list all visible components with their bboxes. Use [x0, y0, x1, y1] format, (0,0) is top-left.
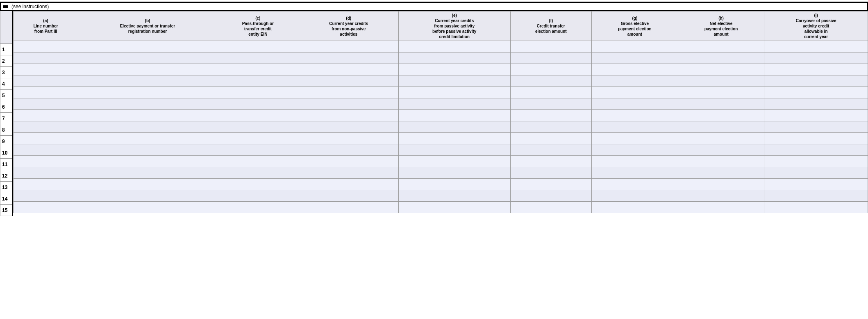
cell-row13-col0[interactable]: [14, 179, 78, 190]
cell-row8-col6[interactable]: [592, 121, 678, 133]
cell-row5-col4[interactable]: [398, 87, 510, 98]
cell-row9-col6[interactable]: [592, 133, 678, 144]
cell-row2-col8[interactable]: [764, 52, 868, 64]
cell-row4-col7[interactable]: [678, 75, 764, 87]
cell-row11-col2[interactable]: [217, 156, 299, 167]
cell-row14-col2[interactable]: [217, 190, 299, 202]
cell-row1-col8[interactable]: [764, 41, 868, 52]
cell-row10-col2[interactable]: [217, 144, 299, 156]
cell-row1-col6[interactable]: [592, 41, 678, 52]
cell-row11-col7[interactable]: [678, 156, 764, 167]
cell-row11-col6[interactable]: [592, 156, 678, 167]
cell-row11-col5[interactable]: [510, 156, 591, 167]
cell-row1-col1[interactable]: [78, 41, 217, 52]
cell-row15-col8[interactable]: [764, 202, 868, 213]
cell-row3-col7[interactable]: [678, 64, 764, 75]
cell-row2-col2[interactable]: [217, 52, 299, 64]
cell-row13-col7[interactable]: [678, 179, 764, 190]
cell-row4-col4[interactable]: [398, 75, 510, 87]
cell-row4-col0[interactable]: [14, 75, 78, 87]
cell-row1-col2[interactable]: [217, 41, 299, 52]
cell-row9-col3[interactable]: [299, 133, 398, 144]
cell-row11-col8[interactable]: [764, 156, 868, 167]
cell-row6-col7[interactable]: [678, 98, 764, 110]
cell-row4-col1[interactable]: [78, 75, 217, 87]
cell-row13-col5[interactable]: [510, 179, 591, 190]
cell-row8-col3[interactable]: [299, 121, 398, 133]
cell-row14-col7[interactable]: [678, 190, 764, 202]
cell-row5-col8[interactable]: [764, 87, 868, 98]
cell-row6-col0[interactable]: [14, 98, 78, 110]
cell-row15-col1[interactable]: [78, 202, 217, 213]
cell-row5-col7[interactable]: [678, 87, 764, 98]
cell-row1-col3[interactable]: [299, 41, 398, 52]
cell-row8-col2[interactable]: [217, 121, 299, 133]
cell-row1-col0[interactable]: [14, 41, 78, 52]
cell-row3-col4[interactable]: [398, 64, 510, 75]
cell-row13-col2[interactable]: [217, 179, 299, 190]
cell-row13-col4[interactable]: [398, 179, 510, 190]
cell-row15-col6[interactable]: [592, 202, 678, 213]
cell-row7-col6[interactable]: [592, 110, 678, 121]
cell-row10-col3[interactable]: [299, 144, 398, 156]
cell-row10-col4[interactable]: [398, 144, 510, 156]
cell-row8-col4[interactable]: [398, 121, 510, 133]
cell-row9-col0[interactable]: [14, 133, 78, 144]
cell-row6-col5[interactable]: [510, 98, 591, 110]
cell-row7-col2[interactable]: [217, 110, 299, 121]
cell-row14-col8[interactable]: [764, 190, 868, 202]
cell-row9-col7[interactable]: [678, 133, 764, 144]
cell-row9-col1[interactable]: [78, 133, 217, 144]
cell-row15-col7[interactable]: [678, 202, 764, 213]
cell-row1-col5[interactable]: [510, 41, 591, 52]
cell-row10-col5[interactable]: [510, 144, 591, 156]
cell-row14-col0[interactable]: [14, 190, 78, 202]
cell-row4-col2[interactable]: [217, 75, 299, 87]
cell-row8-col8[interactable]: [764, 121, 868, 133]
cell-row3-col2[interactable]: [217, 64, 299, 75]
cell-row4-col5[interactable]: [510, 75, 591, 87]
cell-row2-col6[interactable]: [592, 52, 678, 64]
cell-row7-col4[interactable]: [398, 110, 510, 121]
cell-row2-col4[interactable]: [398, 52, 510, 64]
cell-row7-col3[interactable]: [299, 110, 398, 121]
cell-row6-col4[interactable]: [398, 98, 510, 110]
cell-row4-col6[interactable]: [592, 75, 678, 87]
cell-row4-col8[interactable]: [764, 75, 868, 87]
cell-row13-col8[interactable]: [764, 179, 868, 190]
cell-row2-col3[interactable]: [299, 52, 398, 64]
cell-row12-col1[interactable]: [78, 167, 217, 179]
cell-row15-col4[interactable]: [398, 202, 510, 213]
cell-row12-col8[interactable]: [764, 167, 868, 179]
cell-row14-col3[interactable]: [299, 190, 398, 202]
cell-row3-col5[interactable]: [510, 64, 591, 75]
cell-row10-col7[interactable]: [678, 144, 764, 156]
cell-row10-col8[interactable]: [764, 144, 868, 156]
cell-row10-col6[interactable]: [592, 144, 678, 156]
cell-row6-col1[interactable]: [78, 98, 217, 110]
cell-row8-col1[interactable]: [78, 121, 217, 133]
cell-row11-col3[interactable]: [299, 156, 398, 167]
cell-row14-col6[interactable]: [592, 190, 678, 202]
cell-row9-col4[interactable]: [398, 133, 510, 144]
cell-row15-col0[interactable]: [14, 202, 78, 213]
cell-row10-col1[interactable]: [78, 144, 217, 156]
cell-row1-col7[interactable]: [678, 41, 764, 52]
cell-row4-col3[interactable]: [299, 75, 398, 87]
cell-row9-col5[interactable]: [510, 133, 591, 144]
cell-row3-col8[interactable]: [764, 64, 868, 75]
cell-row8-col5[interactable]: [510, 121, 591, 133]
cell-row6-col3[interactable]: [299, 98, 398, 110]
cell-row8-col7[interactable]: [678, 121, 764, 133]
cell-row13-col1[interactable]: [78, 179, 217, 190]
cell-row6-col6[interactable]: [592, 98, 678, 110]
cell-row2-col5[interactable]: [510, 52, 591, 64]
cell-row15-col2[interactable]: [217, 202, 299, 213]
cell-row7-col7[interactable]: [678, 110, 764, 121]
cell-row2-col1[interactable]: [78, 52, 217, 64]
cell-row5-col2[interactable]: [217, 87, 299, 98]
cell-row3-col0[interactable]: [14, 64, 78, 75]
cell-row14-col1[interactable]: [78, 190, 217, 202]
cell-row14-col5[interactable]: [510, 190, 591, 202]
cell-row8-col0[interactable]: [14, 121, 78, 133]
